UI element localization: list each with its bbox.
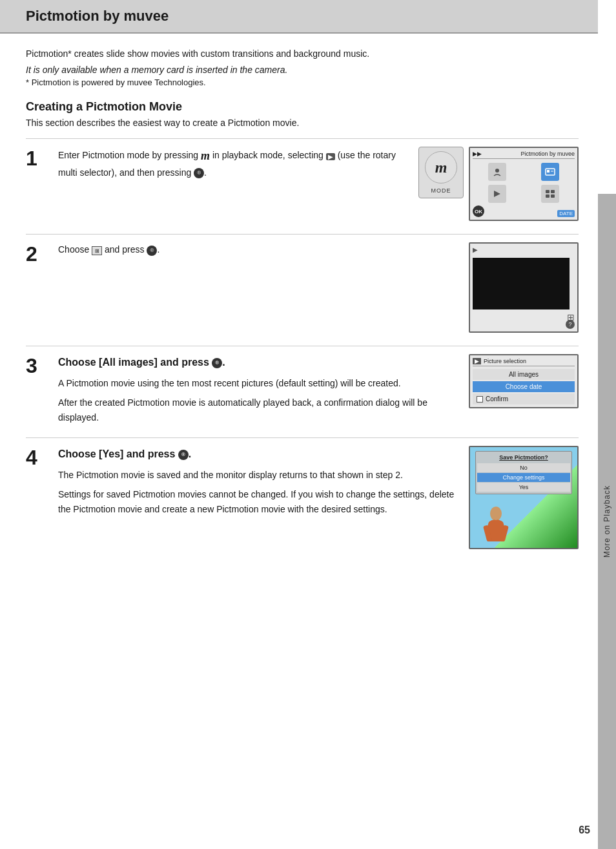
svg-point-0 xyxy=(495,169,499,173)
svg-rect-8 xyxy=(551,194,555,198)
figure-silhouette xyxy=(480,506,512,548)
step-2-number: 2 xyxy=(26,242,52,333)
step-3-para1: A Pictmotion movie using the ten most re… xyxy=(58,376,458,390)
step-2-images: ▶ ⊞ ? xyxy=(469,242,579,333)
step-1: 1 Enter Pictmotion mode by press­ing m i… xyxy=(26,138,579,221)
step-2: 2 Choose ⊞ and press ®. ▶ ⊞ ? xyxy=(26,234,579,333)
camera-screen-step1: ▶▶ Pictmotion by muvee xyxy=(469,147,579,221)
asterisk-note: * Pictmotion is powered by muvee Technol… xyxy=(26,78,579,87)
dialog-option-change: Change settings xyxy=(477,473,570,482)
svg-rect-5 xyxy=(546,190,549,193)
camera-screen-step4: Save Pictmotion? No Change settings Yes xyxy=(469,446,579,549)
step-4-para2: Settings for saved Pictmotion movies can… xyxy=(58,487,458,516)
dialog-title: Save Pictmotion? xyxy=(477,453,570,462)
screen1-play-icon: ▶▶ xyxy=(473,151,482,157)
step-4-images: Save Pictmotion? No Change settings Yes xyxy=(469,446,579,549)
title-bar: Pictmotion by muvee xyxy=(0,0,598,34)
mode-m-letter: m xyxy=(435,159,447,176)
side-tab: More on Playback xyxy=(598,194,616,849)
step-3-number: 3 xyxy=(26,354,52,424)
step-3-images: ▶ Picture selection All images Choose da… xyxy=(469,354,579,424)
step-4-title: Choose [Yes] and press ®. xyxy=(58,446,458,463)
step-1-images: m MODE ▶▶ Pictmotion by muvee xyxy=(418,147,579,221)
screen3-pic-icon: ▶ xyxy=(473,358,481,364)
step-4-number: 4 xyxy=(26,446,52,549)
page-title: Pictmotion by muvee xyxy=(26,8,572,25)
step-2-description: Choose ⊞ and press ®. xyxy=(58,242,458,257)
step-2-content: Choose ⊞ and press ®. ▶ ⊞ ? xyxy=(58,242,579,333)
confirm-checkbox xyxy=(477,396,483,403)
step-3-title: Choose [All images] and press ®. xyxy=(58,354,458,371)
confirm-label: Confirm xyxy=(486,395,508,403)
screen3-header: ▶ Picture selection xyxy=(473,358,575,366)
menu-icon-3 xyxy=(488,185,506,203)
step2-black-area xyxy=(473,258,570,309)
svg-rect-7 xyxy=(546,194,549,198)
question-mark: ? xyxy=(566,320,575,329)
dialog-option-no: No xyxy=(477,463,570,472)
menu-icon-1 xyxy=(488,163,506,181)
camera-screen-step3: ▶ Picture selection All images Choose da… xyxy=(469,354,579,408)
svg-marker-4 xyxy=(494,191,500,197)
step2-bottom: ⊞ xyxy=(473,309,575,322)
screen1-title: Pictmotion by muvee xyxy=(520,151,575,157)
step-4-para1: The Pictmotion movie is saved and the mo… xyxy=(58,468,458,482)
mode-label: MODE xyxy=(431,187,451,194)
menu-item-choose-date: Choose date xyxy=(473,381,575,392)
section-intro: This section describes the easiest way t… xyxy=(26,118,579,128)
step2-top-icon: ▶ xyxy=(473,246,478,253)
camera-screen-step2: ▶ ⊞ ? xyxy=(469,242,579,333)
date-badge: DATE xyxy=(557,210,575,217)
intro-paragraph: Pictmotion* creates slide show movies wi… xyxy=(26,47,579,61)
screen1-menu xyxy=(473,163,575,203)
screen3-title: Picture selection xyxy=(484,358,526,364)
menu-icon-4 xyxy=(541,185,559,203)
step-1-text: Enter Pictmotion mode by press­ing m in … xyxy=(58,147,408,221)
confirm-row: Confirm xyxy=(473,393,575,404)
main-content: Pictmotion by muvee Pictmotion* creates … xyxy=(0,0,598,849)
step-3-content: Choose [All images] and press ®. A Pictm… xyxy=(58,354,579,424)
step-3: 3 Choose [All images] and press ®. A Pic… xyxy=(26,346,579,424)
step-2-text: Choose ⊞ and press ®. xyxy=(58,242,458,333)
page-number: 65 xyxy=(579,824,590,836)
italic-note: It is only available when a memory card … xyxy=(26,65,579,75)
step-4-content: Choose [Yes] and press ®. The Pictmotion… xyxy=(58,446,579,549)
svg-rect-2 xyxy=(547,170,549,173)
step-1-number: 1 xyxy=(26,147,52,221)
section-heading: Creating a Pictmotion Movie xyxy=(26,100,579,114)
menu-item-all-images: All images xyxy=(473,369,575,380)
screen1-header: ▶▶ Pictmotion by muvee xyxy=(473,151,575,159)
menu-icon-2 xyxy=(541,163,559,181)
step-3-para2: After the created Pictmotion movie is au… xyxy=(58,395,458,424)
dialog-option-yes: Yes xyxy=(477,483,570,492)
step-4: 4 Choose [Yes] and press ®. The Pictmoti… xyxy=(26,437,579,549)
side-tab-label: More on Playback xyxy=(602,485,611,558)
step-1-content: Enter Pictmotion mode by press­ing m in … xyxy=(58,147,579,221)
ok-badge: OK xyxy=(473,205,484,217)
step-1-description: Enter Pictmotion mode by press­ing m in … xyxy=(58,147,408,180)
svg-rect-6 xyxy=(551,190,555,193)
page-container: Pictmotion by muvee Pictmotion* creates … xyxy=(0,0,616,849)
mode-button: m MODE xyxy=(418,147,464,198)
step-4-text: Choose [Yes] and press ®. The Pictmotion… xyxy=(58,446,458,549)
save-dialog: Save Pictmotion? No Change settings Yes xyxy=(475,451,572,494)
step-3-text: Choose [All images] and press ®. A Pictm… xyxy=(58,354,458,424)
svg-point-9 xyxy=(490,507,502,521)
